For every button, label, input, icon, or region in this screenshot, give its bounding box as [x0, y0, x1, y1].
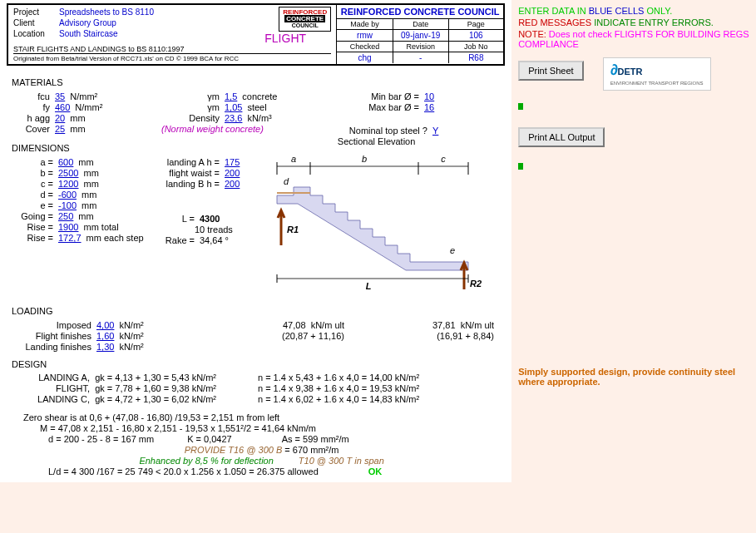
print-sheet-button[interactable]: Print Sheet [518, 61, 583, 81]
a-input[interactable]: 600 [58, 157, 73, 167]
rise1-unit: mm total [78, 222, 118, 232]
gm1-input[interactable]: 1,5 [225, 91, 237, 101]
client-value: Advisory Group [59, 18, 116, 27]
lc-label: LANDING C, [23, 394, 90, 404]
k-calc: K = 0,0427 [187, 434, 232, 444]
waist-input[interactable]: 200 [225, 168, 240, 178]
r2-value: 37,81 [432, 320, 456, 330]
rise2-label: Rise = [12, 233, 58, 243]
diag-c: c [441, 154, 446, 164]
rise1-input[interactable]: 1900 [58, 222, 78, 232]
d-calc: d = 200 - 25 - 8 = 167 mm [48, 434, 154, 444]
r1-value: 47,08 [283, 320, 306, 330]
lf-label: Landing finishes [12, 342, 96, 352]
header-box: ProjectSpreadsheets to BS 8110 ClientAdv… [7, 3, 505, 66]
weight-note: (Normal weight concrete) [161, 124, 264, 134]
landb-label: landing B h = [145, 179, 225, 189]
gm2-mat: steel [242, 102, 266, 112]
nomtop-input[interactable]: Y [432, 126, 438, 136]
a-label: a = [12, 157, 58, 167]
diag-r2: R2 [470, 279, 482, 289]
diag-e: e [450, 245, 455, 255]
fl-n: n = 1.4 x 9,38 + 1.6 x 4,0 = 19,53 kN/m² [258, 383, 419, 393]
dimensions-title: DIMENSIONS [12, 143, 253, 153]
a-unit: mm [73, 157, 93, 167]
maxbar-input[interactable]: 16 [424, 102, 434, 112]
fcu-unit: N/mm² [65, 91, 97, 101]
project-value: Spreadsheets to BS 8110 [59, 7, 154, 17]
date-label: Date [393, 19, 448, 30]
minbar-input[interactable]: 10 [424, 91, 434, 101]
landb-input[interactable]: 200 [225, 179, 240, 189]
la-label: LANDING A, [23, 373, 90, 382]
made-by-label: Made by [337, 19, 393, 30]
r1-calc: (20,87 + 11,16) [282, 331, 344, 341]
date-value: 09-janv-19 [393, 30, 448, 42]
b-input[interactable]: 2500 [58, 168, 78, 178]
lf-input[interactable]: 1,30 [96, 342, 114, 352]
hagg-input[interactable]: 20 [55, 113, 65, 123]
gm2-input[interactable]: 1,05 [225, 102, 242, 112]
origin-note: Originated from Beta/trial Version of RC… [13, 53, 331, 62]
landa-label: landing A h = [145, 157, 225, 167]
diag-b: b [362, 154, 367, 164]
r2-calc: (16,91 + 8,84) [437, 331, 494, 341]
span-rebar: T10 @ 300 T in span [299, 456, 384, 466]
hagg-unit: mm [65, 113, 85, 123]
ff-label: Flight finishes [12, 331, 96, 341]
subtitle: STAIR FLIGHTS AND LANDINGS to BS 8110:19… [13, 45, 331, 53]
cover-input[interactable]: 25 [55, 124, 65, 134]
provide-label: PROVIDE T16 @ 300 B [185, 445, 283, 455]
sectional-title: Sectional Elevation [253, 136, 500, 146]
c-input[interactable]: 1200 [58, 179, 78, 189]
diag-a: a [291, 154, 296, 164]
diag-r1: R1 [287, 225, 299, 234]
print-all-button[interactable]: Print ALL Output [518, 127, 605, 147]
gm2-label: γm [161, 102, 225, 112]
c-unit: mm [78, 179, 98, 189]
fy-label: fy [12, 102, 55, 112]
density-label: Density [161, 113, 225, 123]
l-value: 4300 [200, 214, 220, 224]
hagg-label: h agg [12, 113, 55, 123]
made-by-value: rmw [337, 30, 393, 42]
going-input[interactable]: 250 [58, 211, 73, 221]
as-calc: As = 599 mm²/m [282, 434, 349, 444]
landa-input[interactable]: 175 [225, 157, 240, 167]
lf-unit: kN/m² [114, 342, 143, 352]
e-input[interactable]: -100 [58, 200, 77, 210]
waist-label: flight waist = [145, 168, 225, 178]
page-label: Page [448, 19, 504, 30]
ld-calc: L/d = 4 300 /167 = 25 749 < 20.0 x 1.256… [48, 466, 319, 476]
e-label: e = [12, 200, 58, 210]
maxbar-label: Max bar Ø = [328, 102, 424, 112]
fl-gk: gk = 7,78 + 1,60 = 9,38 kN/m² [95, 383, 216, 393]
d-unit: mm [77, 190, 96, 200]
council-title: REINFORCED CONCRETE COUNCIL [337, 5, 503, 19]
enter-note: ENTER DATA IN BLUE CELLS ONLY. [518, 6, 749, 16]
density-input[interactable]: 23,6 [225, 113, 242, 123]
rise1-label: Rise = [12, 222, 58, 232]
fy-input[interactable]: 460 [55, 102, 70, 112]
gm1-label: γm [161, 91, 225, 101]
location-label: Location [13, 29, 59, 38]
diag-d: d [284, 176, 289, 186]
imposed-input[interactable]: 4,00 [96, 320, 114, 330]
diag-l: L [365, 281, 371, 291]
d-label: d = [12, 190, 58, 200]
materials-title: MATERIALS [12, 77, 500, 87]
page-value: 106 [448, 30, 504, 42]
loading-title: LOADING [12, 306, 500, 316]
ok-status: OK [368, 466, 383, 476]
jobno-value: R68 [448, 52, 504, 63]
zero-shear: Zero shear is at 0,6 + (47,08 - 16,80) /… [23, 412, 279, 422]
r1-unit: kN/m ult [311, 320, 344, 330]
location-value: South Staircase [59, 29, 118, 38]
rise2-unit: mm each step [82, 233, 144, 243]
imposed-unit: kN/m² [114, 320, 143, 330]
ff-input[interactable]: 1,60 [96, 331, 114, 341]
lc-n: n = 1.4 x 6,02 + 1.6 x 4,0 = 14,83 kN/m² [258, 394, 419, 404]
revision-value: - [393, 52, 448, 63]
d-input[interactable]: -600 [58, 190, 77, 200]
fcu-input[interactable]: 35 [55, 91, 65, 101]
